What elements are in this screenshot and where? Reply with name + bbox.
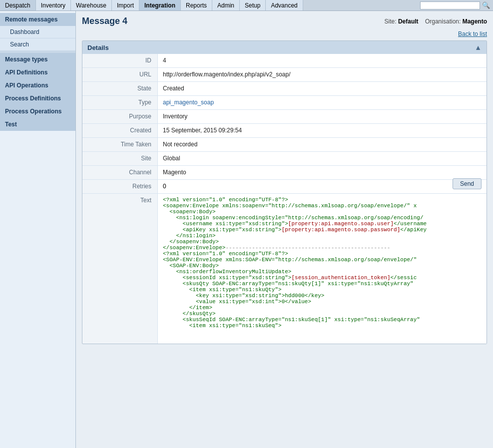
main-content-area: Message 4 Site: Default Organisation: Ma…	[76, 11, 493, 448]
details-row-id: ID 4	[82, 54, 487, 68]
field-value-id: 4	[157, 54, 487, 67]
details-row-purpose: Purpose Inventory	[82, 110, 487, 124]
nav-admin[interactable]: Admin	[212, 0, 240, 10]
field-label-site: Site	[82, 152, 157, 165]
nav-setup[interactable]: Setup	[240, 0, 266, 10]
sidebar-section-process-operations[interactable]: Process Operations	[0, 105, 75, 118]
search-input[interactable]	[420, 1, 480, 9]
nav-inventory[interactable]: Inventory	[36, 0, 71, 10]
details-row-state: State Created	[82, 82, 487, 96]
send-button[interactable]: Send	[453, 178, 482, 189]
org-value: Magento	[463, 18, 487, 25]
back-to-list-row: Back to list	[82, 30, 487, 37]
org-label: Organisation:	[425, 18, 461, 25]
sidebar-section-process-definitions[interactable]: Process Definitions	[0, 92, 75, 105]
site-label: Site:	[385, 18, 397, 25]
field-value-time-taken: Not recorded	[157, 138, 487, 151]
nav-warehouse[interactable]: Warehouse	[71, 0, 112, 10]
field-label-state: State	[82, 82, 157, 95]
field-value-xml: <?xml version="1.0" encoding="UTF-8"?> <…	[157, 194, 487, 344]
field-label-text: Text	[82, 194, 157, 344]
nav-integration[interactable]: Integration	[139, 0, 181, 10]
field-label-created: Created	[82, 124, 157, 137]
page-meta: Site: Default Organisation: Magento	[385, 18, 487, 25]
nav-advanced[interactable]: Advanced	[266, 0, 303, 10]
search-icon[interactable]: 🔍	[482, 1, 490, 9]
sidebar-section-test[interactable]: Test	[0, 118, 75, 131]
field-label-type: Type	[82, 96, 157, 109]
field-value-retries: 0	[163, 183, 166, 190]
sidebar-section-message-types[interactable]: Message types	[0, 53, 75, 66]
nav-reports[interactable]: Reports	[181, 0, 212, 10]
main-layout: Remote messages Dashboard Search Message…	[0, 11, 493, 448]
field-value-url: http://orderflow.magento/index.php/api/v…	[157, 68, 487, 81]
sidebar-item-search[interactable]: Search	[0, 38, 75, 51]
field-value-type[interactable]: api_magento_soap	[157, 96, 487, 109]
details-header-label: Details	[87, 44, 109, 51]
details-panel: Details ▲ ID 4 URL http://orderflow.mage…	[82, 40, 487, 344]
details-table: ID 4 URL http://orderflow.magento/index.…	[82, 54, 487, 344]
details-row-created: Created 15 September, 2015 09:29:54	[82, 124, 487, 138]
field-value-retries-area: 0 Send	[157, 180, 487, 193]
sidebar-section-remote-messages[interactable]: Remote messages	[0, 13, 75, 26]
site-value: Default	[398, 18, 419, 25]
sidebar: Remote messages Dashboard Search Message…	[0, 11, 76, 448]
details-row-type: Type api_magento_soap	[82, 96, 487, 110]
field-value-channel: Magento	[157, 166, 487, 179]
field-value-purpose: Inventory	[157, 110, 487, 123]
field-label-retries: Retries	[82, 180, 157, 193]
page-header: Message 4 Site: Default Organisation: Ma…	[82, 16, 487, 26]
details-header: Details ▲	[82, 41, 487, 54]
sidebar-item-dashboard[interactable]: Dashboard	[0, 26, 75, 38]
details-row-channel: Channel Magento	[82, 166, 487, 180]
search-area: 🔍	[417, 0, 493, 10]
details-row-url: URL http://orderflow.magento/index.php/a…	[82, 68, 487, 82]
field-value-created: 15 September, 2015 09:29:54	[157, 124, 487, 137]
field-value-site: Global	[157, 152, 487, 165]
nav-despatch[interactable]: Despatch	[0, 0, 36, 10]
sidebar-section-api-definitions[interactable]: API Definitions	[0, 66, 75, 79]
field-label-time-taken: Time Taken	[82, 138, 157, 151]
collapse-icon[interactable]: ▲	[475, 43, 482, 51]
field-label-id: ID	[82, 54, 157, 67]
field-label-purpose: Purpose	[82, 110, 157, 123]
details-row-time-taken: Time Taken Not recorded	[82, 138, 487, 152]
field-value-state: Created	[157, 82, 487, 95]
field-label-url: URL	[82, 68, 157, 81]
field-label-channel: Channel	[82, 166, 157, 179]
back-to-list-link[interactable]: Back to list	[458, 30, 487, 37]
top-navigation: Despatch Inventory Warehouse Import Inte…	[0, 0, 493, 11]
sidebar-section-api-operations[interactable]: API Operations	[0, 79, 75, 92]
details-row-text: Text <?xml version="1.0" encoding="UTF-8…	[82, 194, 487, 344]
details-row-site: Site Global	[82, 152, 487, 166]
nav-import[interactable]: Import	[112, 0, 139, 10]
details-row-retries: Retries 0 Send	[82, 180, 487, 194]
page-title: Message 4	[82, 16, 127, 26]
